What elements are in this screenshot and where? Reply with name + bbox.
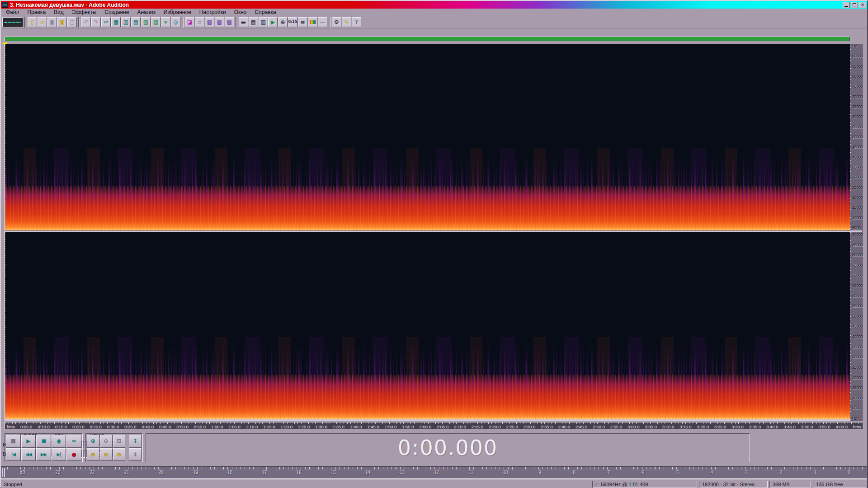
toolbar-separator	[182, 17, 184, 28]
stop-button[interactable]: ■	[6, 435, 21, 448]
zoom-out-button[interactable]: ⊖	[100, 435, 113, 448]
menu-item[interactable]: Анализ	[133, 9, 160, 16]
frequency-label: 80000	[852, 75, 862, 79]
playback-status: Stopped	[1, 482, 22, 487]
transport-icon: ∞	[72, 438, 76, 444]
paste-button[interactable]: ▧	[141, 17, 151, 27]
menu-item[interactable]: Вид	[50, 9, 68, 16]
timeline-label: 1:00.0	[211, 425, 223, 429]
meter-db-label: -5	[660, 470, 694, 475]
play-looped-button[interactable]: ◉	[52, 435, 66, 448]
toolbar-separator	[236, 17, 237, 28]
menu-item[interactable]: Файл	[2, 9, 24, 16]
minimize-button[interactable]	[843, 2, 850, 8]
save-file-button[interactable]: ▣	[47, 17, 57, 27]
menu-item[interactable]: Создание	[100, 9, 133, 16]
timeline-label: 1:35.0	[333, 425, 344, 429]
undo-button[interactable]: ↶	[81, 17, 91, 27]
waveform-view-button[interactable]: ▬	[239, 17, 248, 27]
record-button[interactable]: ●	[66, 448, 81, 461]
convert-sample-type-button[interactable]: ◪	[185, 17, 194, 27]
edit-waveform-view-button[interactable]: ▩	[205, 17, 214, 27]
frequency-label: 75000	[852, 84, 862, 89]
zoom-options-button[interactable]: ⊕	[278, 17, 288, 27]
pause-button[interactable]: ▮▮	[36, 435, 51, 448]
zoom-icon: ⊕	[104, 452, 108, 457]
loop-button[interactable]: ∞	[66, 435, 81, 448]
level-meter[interactable]: dB-23-22-21-20-19-18-17-16-15-14-13-12-1…	[1, 466, 867, 479]
toolbar-separator	[24, 17, 26, 28]
spectrogram-right-channel[interactable]	[5, 232, 850, 419]
toolbar-icon: ▮	[310, 20, 316, 24]
mix-paste-button[interactable]: ∗	[161, 17, 170, 27]
zoom-in-vertical-button[interactable]: ↕	[129, 435, 142, 448]
zoom-icon: ↕	[133, 452, 137, 457]
spacer2[interactable]	[126, 448, 128, 461]
timeline-ruler[interactable]: hms0:05.00:10.00:15.00:20.00:25.00:30.00…	[5, 422, 863, 429]
copy-button[interactable]: ▥	[121, 17, 131, 27]
zoom-left-edge-button[interactable]: ⊕	[100, 448, 113, 461]
frequency-label: 85000	[852, 65, 862, 69]
time-window-button[interactable]: 0:15	[288, 17, 297, 27]
zoom-full-button[interactable]: ⊡	[113, 435, 126, 448]
timeline-label: 1:25.0	[298, 425, 310, 429]
properties-view-button[interactable]: ▥	[259, 17, 268, 27]
timeline-label: 0:05.0	[20, 425, 32, 429]
save-selection-button[interactable]: ▢	[67, 17, 77, 27]
transport-icon: |◀	[11, 452, 15, 457]
menu-item[interactable]: Правка	[24, 9, 50, 16]
scripts-button[interactable]: ⚙	[332, 17, 341, 27]
overview-navigation-bar[interactable]	[5, 37, 850, 41]
menu-item[interactable]: Эффекты	[68, 9, 101, 16]
menu-item[interactable]: Настройки	[195, 9, 230, 16]
go-to-end-button[interactable]: ▶|	[52, 448, 66, 461]
play-options-button[interactable]: ▶	[268, 17, 278, 27]
fast-forward-button[interactable]: ▶▶	[36, 448, 51, 461]
toolbar-icon: ▣	[60, 19, 65, 25]
meter-grip[interactable]	[2, 468, 5, 477]
frequency-label: 75000	[852, 263, 862, 267]
go-to-start-button[interactable]: |◀	[6, 448, 21, 461]
zoom-to-selection-button[interactable]: ⊕	[87, 448, 99, 461]
toolbar-icon: ▩	[227, 19, 232, 25]
batch-process-button[interactable]: ▫	[195, 17, 204, 27]
zoom-in-button[interactable]: ⊕	[87, 435, 99, 448]
restore-button[interactable]	[851, 2, 858, 8]
cut-button[interactable]: ✂	[101, 17, 111, 27]
redo-button[interactable]: ↷	[91, 17, 101, 27]
spectral-colors-button[interactable]: ▮	[308, 17, 317, 27]
menu-item[interactable]: Окно	[230, 9, 251, 16]
frequency-ruler[interactable]: Hz90000850008000075000700006500060000550…	[850, 44, 863, 421]
play-button[interactable]: ▶	[21, 435, 36, 448]
spacer[interactable]	[126, 435, 128, 448]
new-file-button[interactable]: ▯	[28, 17, 37, 27]
zoom-right-edge-button[interactable]: ⊕	[113, 448, 126, 461]
frequency-label: Hz	[852, 417, 862, 421]
copy-to-new-button[interactable]: ▤	[131, 17, 141, 27]
edit-script-button[interactable]: ✎	[342, 17, 351, 27]
timeline-label: 0:55.0	[194, 425, 206, 429]
spectral-view-button[interactable]: ▤	[249, 17, 258, 27]
rewind-button[interactable]: ◀◀	[21, 448, 36, 461]
view-toggle-button[interactable]	[2, 17, 23, 27]
zoom-out-vertical-button[interactable]: ↕	[129, 448, 142, 461]
save-as-button[interactable]: ▣	[57, 17, 67, 27]
display-options-button[interactable]: ≡	[298, 17, 307, 27]
spectrogram-display[interactable]	[5, 44, 850, 421]
help-button[interactable]: ?	[352, 17, 361, 27]
crop-button[interactable]: ▦	[111, 17, 121, 27]
window-title: 3. Незнакомая девушка.wav - Adobe Auditi…	[10, 2, 129, 8]
toolbar-options-group: ▶⊕0:15≡▮—	[268, 17, 327, 27]
close-button[interactable]: ×	[859, 2, 866, 8]
spectrogram-left-channel[interactable]	[5, 44, 850, 230]
open-file-button[interactable]: ▱	[38, 17, 47, 27]
blank-button[interactable]: —	[318, 17, 327, 27]
find-beats-button[interactable]: ◎	[171, 17, 180, 27]
cd-project-view-button[interactable]: ▩	[225, 17, 234, 27]
menu-item[interactable]: Справка	[251, 9, 280, 16]
multitrack-view-button[interactable]: ▩	[215, 17, 224, 27]
menu-item[interactable]: Избранное	[160, 9, 195, 16]
timeline-labels: hms0:05.00:10.00:15.00:20.00:25.00:30.00…	[5, 422, 863, 429]
paste-to-new-button[interactable]: ▨	[151, 17, 160, 27]
frequency-label: 15000	[852, 386, 862, 390]
